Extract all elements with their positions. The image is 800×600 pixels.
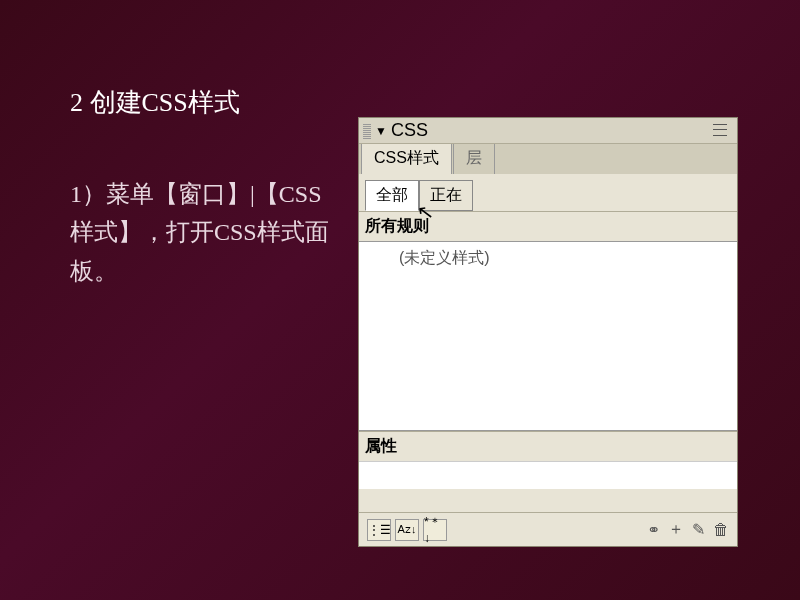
panel-menu-icon[interactable] (713, 122, 731, 138)
edit-rule-icon[interactable]: ✎ (692, 520, 705, 539)
view-list-icon[interactable]: Aᴢ↓ (395, 519, 419, 541)
css-panel: ▼ CSS CSS样式 层 全部 正在 ↖ 所有规则 (未定义样式) 属性 ⋮☰… (358, 117, 738, 547)
view-toggle: 全部 正在 (359, 174, 737, 211)
delete-rule-icon[interactable]: 🗑 (713, 521, 729, 539)
panel-titlebar: ▼ CSS (359, 118, 737, 144)
btn-all[interactable]: 全部 (365, 180, 419, 211)
no-style-text: (未定义样式) (369, 248, 727, 269)
attach-stylesheet-icon[interactable]: ⚭ (647, 520, 660, 539)
panel-footer: ⋮☰ Aᴢ↓ *＊↓ ⚭ ＋ ✎ 🗑 (359, 512, 737, 546)
slide-heading: 2 创建CSS样式 (70, 85, 340, 120)
rules-label: 所有规则 (359, 211, 737, 241)
properties-list[interactable] (359, 461, 737, 489)
slide-body: 1）菜单【窗口】|【CSS样式】，打开CSS样式面板。 (70, 175, 340, 290)
tab-layers[interactable]: 层 (453, 142, 495, 174)
drag-grip-icon[interactable] (363, 123, 371, 139)
rules-list[interactable]: (未定义样式) (359, 241, 737, 431)
view-set-icon[interactable]: *＊↓ (423, 519, 447, 541)
btn-current[interactable]: 正在 (419, 180, 473, 211)
panel-tabs: CSS样式 层 (359, 144, 737, 174)
new-rule-icon[interactable]: ＋ (668, 519, 684, 540)
panel-title: CSS (391, 120, 428, 141)
tab-css-styles[interactable]: CSS样式 (361, 142, 452, 174)
collapse-arrow-icon[interactable]: ▼ (375, 124, 387, 138)
props-label: 属性 (359, 431, 737, 461)
view-category-icon[interactable]: ⋮☰ (367, 519, 391, 541)
